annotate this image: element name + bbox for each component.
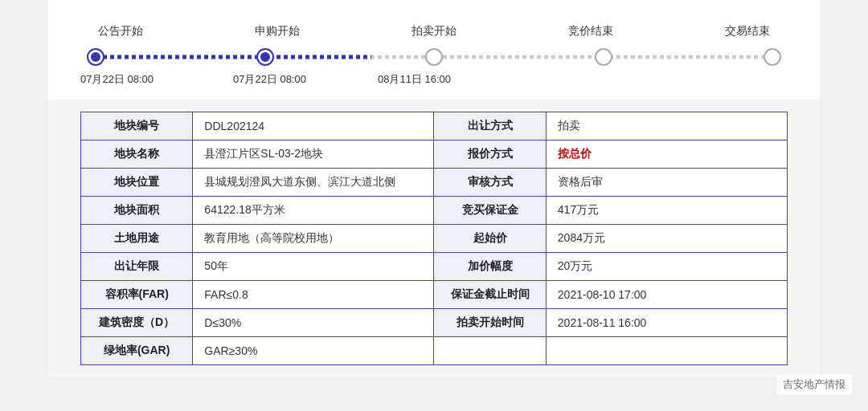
- node-0: [88, 50, 103, 64]
- left-label-2: 地块位置: [81, 169, 193, 197]
- right-value-2: 资格后审: [546, 169, 787, 197]
- inner-wrapper: 公告开始 申购开始 拍卖开始 竞价结束 交易结束: [48, 0, 820, 377]
- left-label-3: 地块面积: [81, 197, 193, 225]
- right-value-8: [546, 337, 787, 365]
- node-2: [427, 50, 441, 64]
- right-value-0: 拍卖: [546, 112, 787, 140]
- watermark: 吉安地产情报: [776, 374, 852, 395]
- right-value-7: 2021-08-11 16:00: [546, 309, 787, 337]
- left-label-0: 地块编号: [81, 112, 193, 140]
- node-4: [765, 50, 780, 64]
- page-wrapper: 公告开始 申购开始 拍卖开始 竞价结束 交易结束: [0, 0, 868, 411]
- table-row: 土地用途教育用地（高等院校用地）起始价2084万元: [81, 225, 788, 253]
- right-value-4: 2084万元: [546, 225, 787, 253]
- table-row: 出让年限50年加价幅度20万元: [81, 253, 788, 281]
- right-label-7: 拍卖开始时间: [434, 309, 546, 337]
- left-label-5: 出让年限: [81, 253, 193, 281]
- right-label-3: 竞买保证金: [434, 197, 546, 225]
- right-label-5: 加价幅度: [434, 253, 546, 281]
- timeline-container: 公告开始 申购开始 拍卖开始 竞价结束 交易结束: [80, 16, 788, 92]
- main-content: 地块编号DDL202124出让方式拍卖地块名称县澄江片区SL-03-2地块报价方…: [48, 100, 820, 377]
- left-label-6: 容积率(FAR): [81, 281, 193, 309]
- left-value-2: 县城规划澄凤大道东侧、滨江大道北侧: [193, 169, 434, 197]
- table-row: 绿地率(GAR)GAR≥30%: [81, 337, 788, 365]
- right-value-5: 20万元: [546, 253, 787, 281]
- left-value-8: GAR≥30%: [193, 337, 434, 365]
- timeline-label-4: 交易结束: [715, 24, 780, 39]
- right-value-1: 按总价: [546, 140, 787, 169]
- timeline-labels: 公告开始 申购开始 拍卖开始 竞价结束 交易结束: [80, 24, 788, 39]
- info-table: 地块编号DDL202124出让方式拍卖地块名称县澄江片区SL-03-2地块报价方…: [80, 112, 788, 365]
- node-1: [258, 50, 272, 64]
- timeline-label-3: 竞价结束: [559, 24, 623, 39]
- right-label-6: 保证金截止时间: [434, 281, 546, 309]
- left-value-3: 64122.18平方米: [193, 197, 434, 225]
- table-row: 地块编号DDL202124出让方式拍卖: [81, 112, 788, 140]
- nodes-row: [88, 50, 780, 64]
- left-label-8: 绿地率(GAR): [81, 337, 193, 365]
- node-3: [596, 50, 611, 64]
- right-label-1: 报价方式: [434, 140, 546, 169]
- date-2: 08月11日 16:00: [378, 72, 451, 87]
- left-value-4: 教育用地（高等院校用地）: [193, 225, 434, 253]
- timeline-track-wrapper: [80, 45, 788, 69]
- timeline-label-2: 拍卖开始: [402, 24, 466, 39]
- timeline-section: 公告开始 申购开始 拍卖开始 竞价结束 交易结束: [48, 0, 820, 100]
- right-value-6: 2021-08-10 17:00: [546, 281, 787, 309]
- table-row: 地块位置县城规划澄凤大道东侧、滨江大道北侧审核方式资格后审: [81, 169, 788, 197]
- table-row: 容积率(FAR)FAR≤0.8保证金截止时间2021-08-10 17:00: [81, 281, 788, 309]
- table-row: 建筑密度（D）D≤30%拍卖开始时间2021-08-11 16:00: [81, 309, 788, 337]
- left-value-5: 50年: [193, 253, 434, 281]
- left-value-0: DDL202124: [193, 112, 434, 140]
- left-value-6: FAR≤0.8: [193, 281, 434, 309]
- table-row: 地块面积64122.18平方米竞买保证金417万元: [81, 197, 788, 225]
- right-label-2: 审核方式: [434, 169, 546, 197]
- left-label-4: 土地用途: [81, 225, 193, 253]
- right-label-8: [434, 337, 546, 365]
- table-row: 地块名称县澄江片区SL-03-2地块报价方式按总价: [81, 140, 788, 169]
- date-0: 07月22日 08:00: [80, 72, 154, 87]
- right-label-0: 出让方式: [434, 112, 546, 140]
- right-value-3: 417万元: [546, 197, 787, 225]
- left-label-1: 地块名称: [81, 140, 193, 169]
- timeline-dates-row: 07月22日 08:00 07月22日 08:00 08月11日 16:00: [80, 69, 788, 92]
- timeline-label-0: 公告开始: [88, 24, 153, 39]
- left-value-7: D≤30%: [193, 309, 434, 337]
- date-1: 07月22日 08:00: [233, 72, 306, 87]
- left-label-7: 建筑密度（D）: [81, 309, 193, 337]
- left-value-1: 县澄江片区SL-03-2地块: [193, 140, 434, 169]
- timeline-label-1: 申购开始: [245, 24, 309, 39]
- right-label-4: 起始价: [434, 225, 546, 253]
